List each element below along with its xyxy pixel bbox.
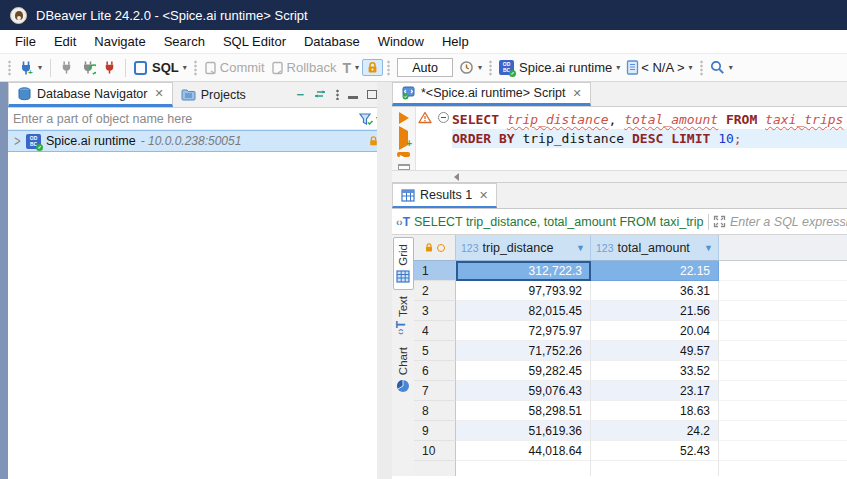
cell-trip-distance[interactable]: 72,975.97 — [456, 321, 591, 341]
sql-line-2[interactable]: ORDER BY trip_distance DESC LIMIT 10; — [452, 129, 847, 148]
chevron-down-icon[interactable]: ▾ — [729, 63, 733, 72]
menu-help[interactable]: Help — [433, 34, 478, 49]
column-menu-icon[interactable]: ▼ — [576, 243, 585, 253]
connect-button[interactable] — [56, 58, 77, 77]
scroll-left-icon[interactable] — [454, 173, 459, 181]
tree-item-connection[interactable]: > ODBC✓ Spice.ai runtime - 10.0.0.238:50… — [8, 130, 385, 152]
cell-trip-distance[interactable]: 97,793.92 — [456, 281, 591, 301]
sql-line-1[interactable]: SELECT trip_distance, total_amount FROM … — [452, 110, 847, 129]
cell-total-amount[interactable]: 18.63 — [591, 401, 719, 421]
table-row[interactable]: 1312,722.322.15 — [414, 261, 847, 281]
cell-total-amount[interactable]: 36.31 — [591, 281, 719, 301]
tab-text-view[interactable]: Text ‹›T — [394, 290, 412, 341]
table-row[interactable]: 759,076.4323.17 — [414, 381, 847, 401]
link-with-editor-icon[interactable] — [313, 90, 327, 100]
expander-icon[interactable]: > — [14, 133, 20, 150]
row-number[interactable]: 4 — [414, 321, 456, 341]
cell-trip-distance[interactable]: 71,752.26 — [456, 341, 591, 361]
table-row[interactable]: 951,619.3624.2 — [414, 421, 847, 441]
table-row[interactable]: 659,282.4533.52 — [414, 361, 847, 381]
cell-total-amount[interactable]: 33.52 — [591, 361, 719, 381]
new-connection-button[interactable]: + ▾ — [15, 58, 45, 78]
menu-navigate[interactable]: Navigate — [85, 34, 154, 49]
menu-window[interactable]: Window — [369, 34, 433, 49]
row-number[interactable]: 8 — [414, 401, 456, 421]
cell-trip-distance[interactable]: 82,015.45 — [456, 301, 591, 321]
cell-trip-distance[interactable]: 312,722.3 — [456, 261, 591, 281]
row-number[interactable]: 3 — [414, 301, 456, 321]
sql-editor[interactable]: + SELECT trip_distance, total_amount FRO… — [392, 107, 847, 170]
script-icon[interactable] — [398, 164, 410, 170]
transaction-log-button[interactable]: T ▾ — [339, 58, 362, 78]
menu-search[interactable]: Search — [155, 34, 214, 49]
cell-trip-distance[interactable]: 59,076.43 — [456, 381, 591, 401]
row-number[interactable]: 5 — [414, 341, 456, 361]
schema-selector[interactable]: < N/A > ▾ — [623, 58, 695, 77]
panel-sash[interactable] — [377, 82, 392, 479]
cell-trip-distance[interactable]: 58,298.51 — [456, 401, 591, 421]
cell-trip-distance[interactable]: 51,619.36 — [456, 421, 591, 441]
chevron-down-icon[interactable]: ▾ — [183, 63, 187, 72]
table-row[interactable]: 571,752.2649.57 — [414, 341, 847, 361]
chevron-down-icon[interactable]: ▾ — [689, 63, 693, 72]
row-number[interactable]: 10 — [414, 441, 456, 461]
filter-funnel-icon[interactable] — [358, 112, 374, 126]
commit-mode-combo[interactable]: Auto — [397, 58, 453, 77]
sql-editor-button[interactable]: SQL ▾ — [131, 58, 190, 77]
chevron-down-icon[interactable]: ▾ — [38, 63, 42, 72]
menu-edit[interactable]: Edit — [45, 34, 85, 49]
row-number[interactable]: 1 — [414, 261, 456, 281]
row-number[interactable]: 9 — [414, 421, 456, 441]
expression-placeholder[interactable]: Enter a SQL expression to — [730, 215, 847, 229]
close-icon[interactable]: ✕ — [573, 87, 582, 100]
execute-new-tab-icon[interactable]: + — [399, 131, 408, 145]
cell-total-amount[interactable]: 22.15 — [591, 261, 719, 281]
cell-total-amount[interactable]: 23.17 — [591, 381, 719, 401]
column-menu-icon[interactable]: ▼ — [704, 243, 713, 253]
transaction-history-button[interactable]: ▾ — [456, 58, 485, 77]
rollback-button[interactable]: Rollback — [268, 58, 340, 77]
row-number[interactable]: 6 — [414, 361, 456, 381]
maximize-panel-icon[interactable] — [367, 90, 377, 99]
reconnect-button[interactable] — [77, 58, 99, 78]
collapse-all-icon[interactable]: − — [296, 87, 304, 102]
grid-corner-cell[interactable] — [414, 235, 456, 261]
object-filter-input[interactable] — [13, 112, 358, 126]
search-button[interactable]: ▾ — [707, 58, 736, 77]
menu-database[interactable]: Database — [295, 34, 369, 49]
view-menu-icon[interactable] — [336, 89, 339, 100]
execute-statement-icon[interactable] — [399, 112, 409, 124]
commit-button[interactable]: Commit — [201, 58, 268, 77]
tab-chart-view[interactable]: Chart — [396, 341, 410, 399]
disconnect-button[interactable] — [99, 58, 120, 77]
tab-database-navigator[interactable]: Database Navigator ✕ — [8, 82, 173, 107]
tab-projects[interactable]: Projects — [173, 82, 254, 107]
menu-sql-editor[interactable]: SQL Editor — [214, 34, 295, 49]
autocommit-toggle[interactable] — [362, 59, 383, 76]
close-icon[interactable]: ✕ — [479, 189, 488, 202]
cell-total-amount[interactable]: 21.56 — [591, 301, 719, 321]
row-number[interactable]: 2 — [414, 281, 456, 301]
menu-file[interactable]: File — [6, 34, 45, 49]
tab-results-1[interactable]: Results 1 ✕ — [392, 183, 497, 208]
table-row[interactable]: 1044,018.6452.43 — [414, 441, 847, 461]
table-row[interactable]: 472,975.9720.04 — [414, 321, 847, 341]
sql-code[interactable]: SELECT trip_distance, total_amount FROM … — [452, 107, 847, 170]
fold-collapse-icon[interactable] — [438, 112, 449, 123]
cell-total-amount[interactable]: 49.57 — [591, 341, 719, 361]
tab-sql-script[interactable]: *<Spice.ai runtime> Script ✕ — [392, 82, 591, 106]
editor-hscrollbar[interactable] — [392, 170, 847, 183]
minimize-panel-icon[interactable] — [348, 91, 358, 99]
cell-trip-distance[interactable]: 59,282.45 — [456, 361, 591, 381]
chevron-down-icon[interactable]: ▾ — [478, 63, 482, 72]
table-row[interactable]: 858,298.5118.63 — [414, 401, 847, 421]
expand-icon[interactable] — [713, 215, 726, 228]
cell-total-amount[interactable]: 52.43 — [591, 441, 719, 461]
connection-selector[interactable]: ODBC✓ Spice.ai runtime ▾ — [496, 58, 623, 77]
table-row[interactable]: 382,015.4521.56 — [414, 301, 847, 321]
cell-trip-distance[interactable]: 44,018.64 — [456, 441, 591, 461]
cell-total-amount[interactable]: 20.04 — [591, 321, 719, 341]
column-header-total-amount[interactable]: 123 total_amount ▼ — [591, 235, 719, 261]
cell-total-amount[interactable]: 24.2 — [591, 421, 719, 441]
chevron-down-icon[interactable]: ▾ — [355, 63, 359, 72]
